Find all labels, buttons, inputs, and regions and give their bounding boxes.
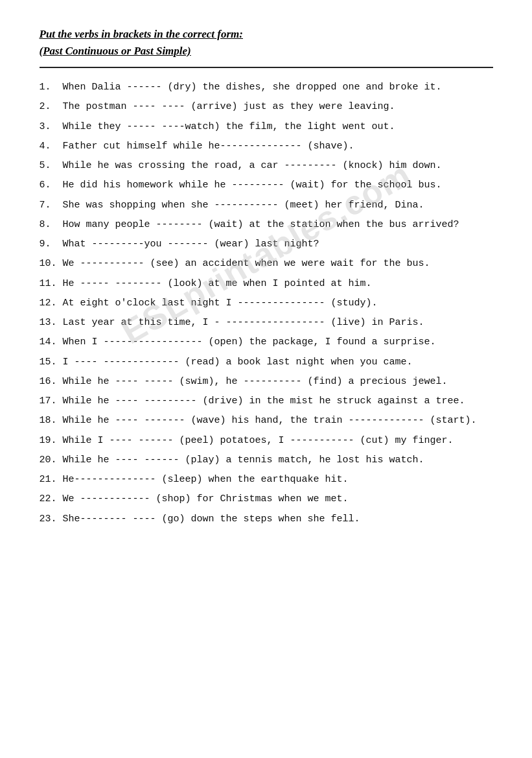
title-block: Put the verbs in brackets in the correct… <box>40 26 493 59</box>
exercise-number: 12. <box>40 296 63 311</box>
exercise-sentence: He ----- -------- (look) at me when I po… <box>63 276 493 291</box>
exercise-number: 21. <box>40 472 63 487</box>
exercise-sentence: Last year at this time, I - ------------… <box>63 315 493 330</box>
exercise-sentence: While he ---- ------- (wave) his hand, t… <box>63 413 493 428</box>
exercise-number: 3. <box>40 119 63 134</box>
exercise-number: 7. <box>40 198 63 213</box>
exercise-number: 15. <box>40 355 63 370</box>
title-divider <box>40 67 493 68</box>
exercise-item: 16.While he ---- ----- (swim), he ------… <box>40 374 493 389</box>
exercise-item: 18.While he ---- ------- (wave) his hand… <box>40 413 493 428</box>
exercise-item: 10.We ----------- (see) an accident when… <box>40 256 493 271</box>
exercise-sentence: While they ----- ----watch) the film, th… <box>63 119 493 134</box>
exercise-sentence: When I ----------------- (open) the pack… <box>63 335 493 349</box>
exercise-sentence: He did his homework while he --------- (… <box>63 178 493 193</box>
exercise-sentence: She was shopping when she ----------- (m… <box>63 198 493 213</box>
exercise-number: 1. <box>40 80 63 95</box>
exercise-number: 9. <box>40 237 63 252</box>
exercise-item: 5.While he was crossing the road, a car … <box>40 158 493 173</box>
exercise-sentence: What ---------you ------- (wear) last ni… <box>63 237 493 252</box>
exercise-number: 6. <box>40 178 63 193</box>
exercise-item: 12.At eight o'clock last night I -------… <box>40 296 493 311</box>
exercise-number: 14. <box>40 335 63 349</box>
exercise-sentence: While he ---- ------ (play) a tennis mat… <box>63 453 493 468</box>
exercise-item: 22.We ------------ (shop) for Christmas … <box>40 492 493 506</box>
exercise-item: 4.Father cut himself while he-----------… <box>40 139 493 154</box>
exercise-item: 9.What ---------you ------- (wear) last … <box>40 237 493 252</box>
exercise-number: 20. <box>40 453 63 468</box>
exercise-sentence: He-------------- (sleep) when the earthq… <box>63 472 493 487</box>
exercise-item: 17.While he ---- --------- (drive) in th… <box>40 394 493 409</box>
exercise-item: 7.She was shopping when she ----------- … <box>40 198 493 213</box>
exercise-item: 11.He ----- -------- (look) at me when I… <box>40 276 493 291</box>
exercise-sentence: While he ---- --------- (drive) in the m… <box>63 394 493 409</box>
exercise-item: 8.How many people -------- (wait) at the… <box>40 217 493 232</box>
exercise-number: 17. <box>40 394 63 409</box>
exercise-number: 11. <box>40 276 63 291</box>
exercise-number: 2. <box>40 99 63 114</box>
exercise-number: 18. <box>40 413 63 428</box>
exercise-item: 1.When Dalia ------ (dry) the dishes, sh… <box>40 80 493 95</box>
exercise-sentence: She-------- ---- (go) down the steps whe… <box>63 512 493 527</box>
exercise-number: 5. <box>40 158 63 173</box>
exercise-item: 3.While they ----- ----watch) the film, … <box>40 119 493 134</box>
exercise-number: 22. <box>40 492 63 506</box>
exercise-number: 16. <box>40 374 63 389</box>
title-line2: (Past Continuous or Past Simple) <box>40 43 493 60</box>
exercise-sentence: Father cut himself while he-------------… <box>63 139 493 154</box>
exercise-item: 19.While I ---- ------ (peel) potatoes, … <box>40 433 493 448</box>
exercise-item: 21.He-------------- (sleep) when the ear… <box>40 472 493 487</box>
exercise-item: 20.While he ---- ------ (play) a tennis … <box>40 453 493 468</box>
exercise-sentence: While he was crossing the road, a car --… <box>63 158 493 173</box>
exercise-number: 19. <box>40 433 63 448</box>
exercise-sentence: At eight o'clock last night I ----------… <box>63 296 493 311</box>
exercise-sentence: I ---- ------------- (read) a book last … <box>63 355 493 370</box>
exercise-sentence: We ------------ (shop) for Christmas whe… <box>63 492 493 506</box>
exercise-sentence: The postman ---- ---- (arrive) just as t… <box>63 99 493 114</box>
exercise-item: 6.He did his homework while he ---------… <box>40 178 493 193</box>
exercise-item: 15.I ---- ------------- (read) a book la… <box>40 355 493 370</box>
exercise-sentence: We ----------- (see) an accident when we… <box>63 256 493 271</box>
exercise-number: 4. <box>40 139 63 154</box>
exercise-sentence: When Dalia ------ (dry) the dishes, she … <box>63 80 493 95</box>
exercise-sentence: How many people -------- (wait) at the s… <box>63 217 493 232</box>
exercise-sentence: While I ---- ------ (peel) potatoes, I -… <box>63 433 493 448</box>
exercise-item: 14.When I ----------------- (open) the p… <box>40 335 493 349</box>
exercise-number: 13. <box>40 315 63 330</box>
exercise-item: 23.She-------- ---- (go) down the steps … <box>40 512 493 527</box>
exercise-item: 13.Last year at this time, I - ---------… <box>40 315 493 330</box>
exercise-number: 10. <box>40 256 63 271</box>
exercise-number: 23. <box>40 512 63 527</box>
exercise-sentence: While he ---- ----- (swim), he ---------… <box>63 374 493 389</box>
exercise-list: 1.When Dalia ------ (dry) the dishes, sh… <box>40 80 493 527</box>
exercise-item: 2.The postman ---- ---- (arrive) just as… <box>40 99 493 114</box>
title-line1: Put the verbs in brackets in the correct… <box>40 26 493 43</box>
exercise-number: 8. <box>40 217 63 232</box>
worksheet-page: Put the verbs in brackets in the correct… <box>40 26 493 531</box>
